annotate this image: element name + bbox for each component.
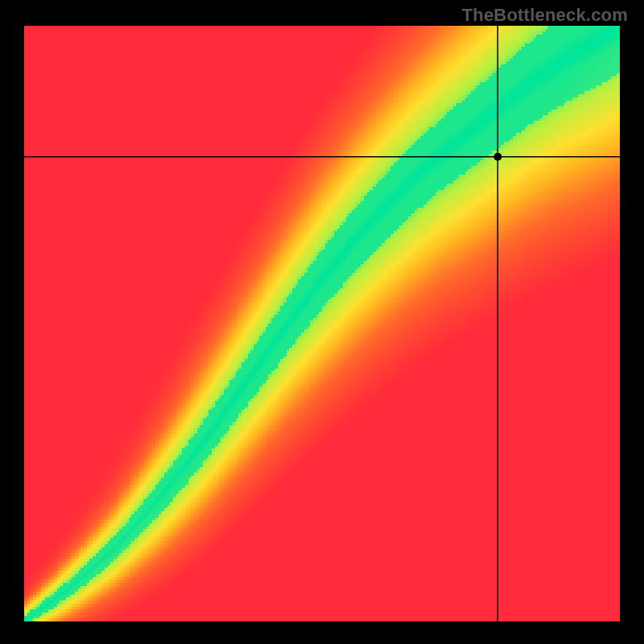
chart-container: TheBottleneck.com	[0, 0, 644, 644]
watermark-label: TheBottleneck.com	[462, 5, 628, 26]
heatmap-canvas	[24, 26, 620, 621]
